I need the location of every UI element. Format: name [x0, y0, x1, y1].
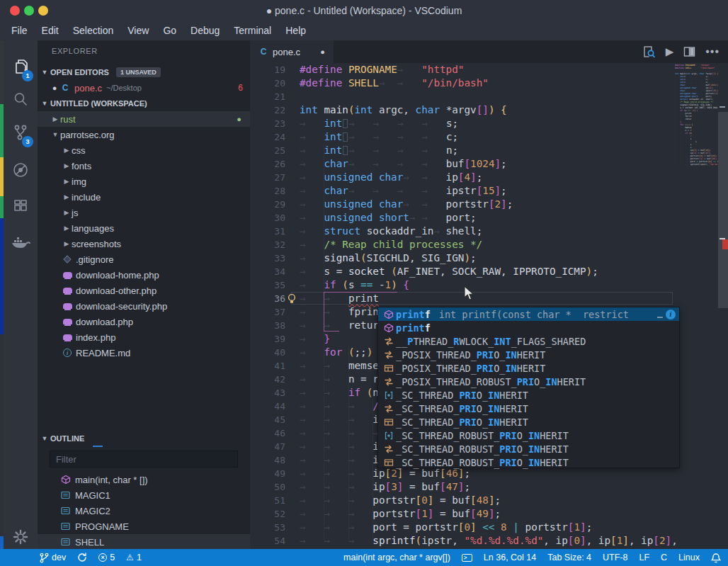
code-editor[interactable]: 19#define PROGNAME→ "httpd"20#define SHE… [250, 63, 728, 549]
tree-item-css[interactable]: ▶css [38, 142, 250, 158]
suggestion-row[interactable]: _SC_THREAD_PRIO_INHERIT [378, 415, 679, 429]
tree-item-index.php[interactable]: index.php [38, 329, 250, 345]
code-line-33[interactable]: 33→ signal(SIGCHLD, SIG_IGN); [250, 251, 728, 265]
outline-item-progname[interactable]: PROGNAME [38, 519, 250, 534]
status-ln-36-col-14[interactable]: Ln 36, Col 14 [484, 553, 536, 562]
status-sync[interactable] [77, 553, 87, 562]
code-line-34[interactable]: 34→ s = socket (AF_INET, SOCK_RAW, IPPRO… [250, 265, 728, 278]
code-line-50[interactable]: 50→ → → ip[3] = buf[47]; [250, 480, 728, 494]
outline-item-main-int--char------[interactable]: main(int, char * []) [38, 472, 250, 487]
activity-search[interactable] [4, 83, 38, 115]
tree-item-parrotsec.org[interactable]: ▼parrotsec.org [38, 127, 250, 142]
suggestion-row[interactable]: _POSIX_THREAD_PRIO_INHERIT [378, 348, 679, 361]
code-line-51[interactable]: 51→ → → portstr[0] = buf[48]; [250, 494, 728, 507]
suggestion-row[interactable]: printfint printf(const char *__restrict_… [378, 307, 679, 321]
menu-selection[interactable]: Selection [66, 21, 121, 40]
status-tab-size-4[interactable]: Tab Size: 4 [547, 553, 591, 562]
suggestion-row[interactable]: _SC_THREAD_ROBUST_PRIO_INHERIT [378, 455, 679, 469]
code-line-29[interactable]: 29→ unsigned char→ → portstr[2]; [250, 198, 728, 211]
outline-item-shell[interactable]: SHELL [38, 534, 250, 549]
code-line-30[interactable]: 30→ unsigned short→ → port; [250, 211, 728, 225]
suggestion-row[interactable]: _SC_THREAD_ROBUST_PRIO_INHERIT [378, 429, 679, 442]
status-warning[interactable]: ⚠1 [126, 553, 142, 562]
status-c[interactable]: C [661, 553, 667, 562]
more-actions-button[interactable]: ••• [705, 45, 720, 58]
activity-explorer[interactable]: 1 [4, 50, 38, 83]
tree-item-img[interactable]: ▶img [38, 174, 250, 189]
code-line-25[interactable]: 25→ int→ → → → n; [250, 144, 728, 157]
suggestion-row[interactable]: _POSIX_THREAD_ROBUST_PRIO_INHERIT [378, 375, 679, 388]
code-line-21[interactable]: 21 [250, 90, 728, 103]
code-line-35[interactable]: 35→ if (s == -1) { [250, 278, 728, 292]
code-line-26[interactable]: 26→ char→ → → → buf[1024]; [250, 157, 728, 171]
run-button[interactable]: ▶ [666, 45, 674, 58]
status-utf-8[interactable]: UTF-8 [603, 553, 627, 562]
menu-view[interactable]: View [120, 21, 156, 40]
tree-item-download-home.php[interactable]: download-home.php [38, 267, 250, 283]
tree-item-download.php[interactable]: download.php [38, 314, 250, 329]
menu-debug[interactable]: Debug [183, 21, 227, 40]
activity-source-control[interactable]: 3 [4, 116, 38, 149]
suggestion-row[interactable]: _POSIX_THREAD_PRIO_INHERIT [378, 361, 679, 375]
menu-edit[interactable]: Edit [35, 21, 66, 40]
code-line-31[interactable]: 31→ struct sockaddr_in→ shell; [250, 225, 728, 238]
suggestion-row[interactable]: _SC_THREAD_PRIO_INHERIT [378, 402, 679, 415]
tree-item-download-other.php[interactable]: download-other.php [38, 283, 250, 298]
tree-item-languages[interactable]: ▶languages [38, 220, 250, 236]
open-preview-button[interactable] [642, 45, 656, 59]
tree-item-include[interactable]: ▶include [38, 189, 250, 205]
code-line-28[interactable]: 28→ char→ → → → ipstr[15]; [250, 184, 728, 198]
tree-item-rust[interactable]: ▶rust● [38, 111, 250, 127]
tab-pone.c[interactable]: C pone.c ● [250, 40, 334, 63]
menu-go[interactable]: Go [156, 21, 183, 40]
workspace-section-header[interactable]: ▼ UNTITLED (WORKSPACE) [38, 96, 250, 111]
code-line-54[interactable]: 54→ → → sprintf(ipstr, "%d.%d.%d.%d", ip… [250, 534, 728, 548]
tree-item-readme.md[interactable]: iREADME.md [38, 345, 250, 361]
tree-item-screenshots[interactable]: ▶screenshots [38, 236, 250, 251]
menu-file[interactable]: File [4, 21, 35, 40]
status-bell[interactable] [711, 553, 721, 563]
status-main-int-argc-char-argv-[interactable]: main(int argc, char * argv[]) [343, 553, 450, 562]
suggestion-row[interactable]: _SC_THREAD_ROBUST_PRIO_INHERIT [378, 442, 679, 455]
code-line-22[interactable]: 22int main(int argc, char *argv[]) { [250, 103, 728, 117]
suggestion-row[interactable]: _SC_THREAD_PRIO_INHERIT [378, 388, 679, 402]
code-line-53[interactable]: 53→ → → port = portstr[0] << 8 | portstr… [250, 521, 728, 534]
lightbulb-icon[interactable] [287, 293, 297, 307]
status-error[interactable]: ×5 [98, 553, 115, 562]
split-editor-button[interactable] [683, 46, 695, 57]
open-editor-item-pone.c[interactable]: ● C pone.c ~/Desktop 6 [38, 80, 250, 96]
minimap[interactable]: #define PROGNAME→ "httpd"#define SHELL→ … [675, 64, 718, 166]
suggestion-row[interactable]: printf [378, 321, 679, 334]
activity-docker[interactable] [4, 226, 38, 259]
code-line-24[interactable]: 24→ int→ → → → c; [250, 130, 728, 144]
menu-help[interactable]: Help [278, 21, 313, 40]
code-line-36[interactable]: 36→ → print [250, 292, 728, 305]
outline-header[interactable]: ▼ OUTLINE [38, 431, 250, 446]
code-line-19[interactable]: 19#define PROGNAME→ "httpd" [250, 63, 728, 77]
tree-item-js[interactable]: ▶js [38, 205, 250, 220]
status-lf[interactable]: LF [639, 553, 649, 562]
scrollbar-slider[interactable] [718, 112, 728, 308]
code-line-27[interactable]: 27→ unsigned char→ → ip[4]; [250, 171, 728, 184]
tree-item-.gitignore[interactable]: .gitignore [38, 251, 250, 267]
outline-item-magic1[interactable]: MAGIC1 [38, 487, 250, 503]
scrollbar[interactable] [718, 63, 728, 549]
activity-debug[interactable] [4, 154, 38, 186]
outline-filter-input[interactable] [50, 451, 238, 468]
suggestion-row[interactable]: __PTHREAD_RWLOCK_INT_FLAGS_SHARED [378, 334, 679, 348]
status-linux[interactable]: Linux [678, 553, 700, 562]
menu-terminal[interactable]: Terminal [227, 21, 278, 40]
outline-item-magic2[interactable]: MAGIC2 [38, 503, 250, 519]
tab-modified-dot-icon[interactable]: ● [320, 47, 325, 56]
code-line-52[interactable]: 52→ → → portstr[1] = buf[49]; [250, 507, 728, 521]
status-terminal[interactable]: > [462, 554, 472, 562]
status-branch[interactable]: dev [39, 553, 66, 563]
open-editors-header[interactable]: ▼ OPEN EDITORS 1 UNSAVED [38, 64, 250, 80]
info-icon[interactable]: i [666, 310, 676, 319]
code-line-20[interactable]: 20#define SHELL→ → "/bin/bash" [250, 77, 728, 90]
tree-item-fonts[interactable]: ▶fonts [38, 158, 250, 174]
activity-extensions[interactable] [4, 191, 38, 223]
code-line-23[interactable]: 23→ int→ → → → s; [250, 117, 728, 130]
tree-item-download-security.php[interactable]: download-security.php [38, 298, 250, 314]
code-line-32[interactable]: 32→ /* Reap child processes */ [250, 238, 728, 251]
